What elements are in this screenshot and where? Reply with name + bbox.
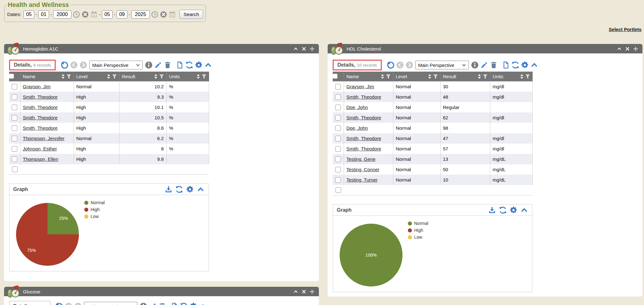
patient-link[interactable]: Grayson, Jim bbox=[347, 84, 374, 89]
calendar-icon[interactable] bbox=[169, 11, 176, 18]
table-row[interactable]: Smith, TheodoreNormal47mg/dl bbox=[333, 133, 532, 144]
row-checkbox[interactable] bbox=[336, 187, 341, 193]
filter-icon[interactable] bbox=[202, 74, 206, 79]
from-year-input[interactable] bbox=[53, 10, 71, 19]
collapse-section-icon[interactable] bbox=[199, 302, 207, 305]
row-checkbox[interactable] bbox=[335, 84, 341, 90]
patient-link[interactable]: Smith, Theodore bbox=[23, 94, 58, 100]
collapse-section-icon[interactable] bbox=[520, 206, 528, 214]
filter-icon[interactable] bbox=[483, 74, 487, 79]
filter-icon[interactable] bbox=[386, 74, 391, 79]
edit-icon[interactable] bbox=[154, 61, 162, 69]
patient-link[interactable]: Doe, John bbox=[347, 105, 368, 110]
table-row[interactable]: Grayson, JimNormal30mg/dl bbox=[333, 81, 532, 92]
close-icon[interactable] bbox=[625, 46, 630, 51]
select-all-checkbox[interactable] bbox=[9, 74, 14, 79]
patient-link[interactable]: Smith, Theodore bbox=[23, 125, 58, 131]
row-checkbox[interactable] bbox=[335, 115, 341, 121]
settings-icon[interactable] bbox=[190, 302, 197, 305]
forward-icon[interactable] bbox=[74, 302, 82, 305]
collapse-section-icon[interactable] bbox=[204, 61, 212, 69]
patient-link[interactable]: Smith, Theodore bbox=[347, 136, 381, 141]
sort-icon[interactable] bbox=[197, 74, 200, 79]
sort-icon[interactable] bbox=[520, 74, 524, 79]
collapse-icon[interactable] bbox=[293, 46, 298, 51]
settings-icon[interactable] bbox=[195, 61, 203, 69]
clock-icon[interactable] bbox=[151, 11, 158, 18]
close-icon[interactable] bbox=[302, 46, 306, 51]
delete-icon[interactable] bbox=[158, 302, 166, 305]
patient-link[interactable]: Johnson, Esther bbox=[23, 146, 57, 151]
table-row[interactable]: Doe, JohnNormal98 bbox=[333, 123, 532, 133]
close-icon[interactable] bbox=[302, 289, 306, 294]
info-icon[interactable] bbox=[140, 302, 147, 305]
portlet-titlebar[interactable]: HDL Cholesterol bbox=[328, 44, 642, 53]
portlet-titlebar[interactable]: Hemoglobin A1C bbox=[4, 44, 319, 53]
clear-icon[interactable] bbox=[82, 11, 89, 18]
row-checkbox[interactable] bbox=[335, 125, 341, 131]
settings-icon[interactable] bbox=[510, 206, 517, 214]
move-icon[interactable] bbox=[310, 289, 314, 294]
patient-link[interactable]: Testing, Conner bbox=[347, 167, 380, 172]
table-row[interactable]: Smith, TheodoreHigh8.6% bbox=[9, 123, 209, 133]
info-icon[interactable] bbox=[471, 61, 479, 69]
table-row[interactable]: Smith, TheodoreNormal57mg/dl bbox=[333, 144, 532, 154]
forward-icon[interactable] bbox=[406, 61, 413, 69]
table-row[interactable]: Thompson, JenniferNormal6.2% bbox=[9, 133, 209, 144]
patient-link[interactable]: Thompson, Ellen bbox=[23, 156, 58, 162]
refresh-icon[interactable] bbox=[512, 61, 519, 69]
edit-icon[interactable] bbox=[480, 61, 488, 69]
collapse-section-icon[interactable] bbox=[530, 61, 538, 69]
row-checkbox[interactable] bbox=[12, 105, 17, 110]
sort-icon[interactable] bbox=[381, 74, 384, 79]
row-checkbox[interactable] bbox=[12, 94, 17, 100]
search-button[interactable]: Search bbox=[180, 10, 203, 19]
table-row[interactable]: Smith, TheodoreNormal62mg/dl bbox=[333, 112, 532, 123]
portlet-titlebar[interactable]: Glucose bbox=[4, 287, 319, 296]
undo-icon[interactable] bbox=[54, 302, 63, 305]
table-row[interactable]: Testing, ConnerNormal50mg/dL bbox=[333, 164, 532, 175]
patient-link[interactable]: Smith, Theodore bbox=[23, 105, 58, 110]
undo-icon[interactable] bbox=[60, 61, 68, 69]
patient-link[interactable]: Testing, Gene bbox=[347, 156, 376, 162]
table-row[interactable]: Doe, JohnNormalRegular bbox=[333, 102, 532, 112]
clear-icon[interactable] bbox=[160, 11, 167, 18]
row-checkbox[interactable] bbox=[12, 125, 17, 131]
patient-link[interactable]: Smith, Theodore bbox=[23, 115, 58, 120]
patient-link[interactable]: Smith, Theodore bbox=[347, 94, 381, 100]
download-icon[interactable] bbox=[165, 186, 172, 193]
patient-link[interactable]: Grayson, Jim bbox=[23, 84, 51, 89]
sort-icon[interactable] bbox=[61, 74, 65, 79]
back-icon[interactable] bbox=[70, 61, 78, 69]
from-day-input[interactable] bbox=[38, 10, 49, 19]
to-day-input[interactable] bbox=[117, 10, 127, 19]
row-checkbox[interactable] bbox=[335, 136, 341, 141]
calendar-icon[interactable] bbox=[91, 11, 97, 18]
perspective-select[interactable]: Main Perspective bbox=[89, 61, 143, 69]
sort-icon[interactable] bbox=[154, 74, 158, 79]
new-record-icon[interactable] bbox=[176, 61, 184, 69]
row-checkbox[interactable] bbox=[12, 156, 17, 162]
sort-icon[interactable] bbox=[107, 74, 110, 79]
row-checkbox[interactable] bbox=[12, 166, 18, 172]
to-year-input[interactable] bbox=[131, 10, 150, 19]
row-checkbox[interactable] bbox=[335, 167, 341, 172]
patient-link[interactable]: Smith, Theodore bbox=[347, 146, 381, 151]
row-checkbox[interactable] bbox=[12, 136, 17, 141]
table-row[interactable]: Smith, TheodoreHigh10.1% bbox=[9, 102, 209, 112]
refresh-icon[interactable] bbox=[499, 206, 507, 214]
table-row[interactable]: Smith, TheodoreHigh10.5% bbox=[9, 112, 209, 123]
table-row[interactable]: Smith, TheodoreNormal48mg/dl bbox=[333, 92, 532, 102]
new-record-icon[interactable] bbox=[502, 61, 510, 69]
select-portlets-link[interactable]: Select Portlets bbox=[609, 27, 641, 32]
edit-icon[interactable] bbox=[149, 302, 157, 305]
refresh-icon[interactable] bbox=[175, 186, 183, 193]
to-month-input[interactable] bbox=[102, 10, 113, 19]
perspective-select[interactable]: Main Perspective bbox=[415, 61, 469, 69]
sort-icon[interactable] bbox=[478, 74, 481, 79]
info-icon[interactable] bbox=[145, 61, 153, 69]
patient-link[interactable]: Smith, Theodore bbox=[347, 115, 381, 120]
delete-icon[interactable] bbox=[490, 61, 497, 69]
table-row[interactable]: Grayson, JimNormal10.2% bbox=[9, 81, 209, 92]
move-icon[interactable] bbox=[310, 46, 314, 51]
